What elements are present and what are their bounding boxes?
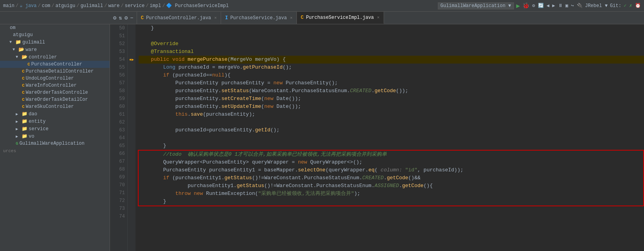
c-icon: C xyxy=(22,104,25,109)
app-icon: G xyxy=(16,141,18,146)
c-icon: C xyxy=(22,97,25,102)
tab-purchase-service[interactable]: I PurchaseService.java × xyxy=(221,12,297,24)
code-line-70: purchaseEntity1.getStatus()!=WareConstan… xyxy=(139,182,643,190)
tabbar: ⚙ ⇅ ⚙ − C PurchaseController.java × I Pu… xyxy=(0,12,644,24)
code-line-74 xyxy=(139,214,644,222)
git-label: Git: xyxy=(610,3,621,9)
code-line-73 xyxy=(139,206,644,214)
tab-settings[interactable]: ⚙ ⇅ ⚙ − xyxy=(110,12,137,24)
code-line-69: if (purchaseEntity1.getStatus()!=WareCon… xyxy=(139,174,643,182)
sidebar-item-gulimall[interactable]: ▼ 📁 gulimall xyxy=(0,38,110,46)
code-line-57: PurchaseEntity purchaseEntity = new Purc… xyxy=(139,79,644,87)
code-line-60: purchaseEntity.setUpdateTime(new Date())… xyxy=(139,103,644,111)
tab-c-icon: C xyxy=(141,15,144,21)
breadcrumb-com: com xyxy=(42,3,50,9)
sidebar-item-undo-log-controller[interactable]: C UndoLogController xyxy=(0,75,110,82)
settings-icon[interactable]: ⚙ xyxy=(113,15,116,21)
sidebar-item-service[interactable]: ▶ 📁 service xyxy=(0,125,110,133)
app-selector[interactable]: GulimallWareApplication ▼ xyxy=(438,2,514,9)
tab-label: PurchaseServiceImpl.java xyxy=(306,15,374,20)
tab-purchase-service-impl[interactable]: C PurchaseServiceImpl.java × xyxy=(297,12,384,24)
sidebar-item-vo[interactable]: ▶ 📁 vo xyxy=(0,133,110,140)
tab-close-icon[interactable]: × xyxy=(290,16,293,20)
sidebar: om atguigu ▼ 📁 gulimall ▼ 📂 ware ▼ 📂 con… xyxy=(0,24,110,251)
code-line-59: purchaseEntity.setCreateTime(new Date())… xyxy=(139,95,644,103)
folder-icon-dao: 📁 xyxy=(21,111,27,117)
folder-icon-ware: 📂 xyxy=(18,47,24,53)
gear-icon[interactable]: ⚙ xyxy=(124,15,128,21)
split-icon[interactable]: ⇅ xyxy=(119,15,122,21)
git-icons: ✓ ✗ ⏰ xyxy=(624,3,641,9)
main-content: om atguigu ▼ 📁 gulimall ▼ 📂 ware ▼ 📂 con… xyxy=(0,24,644,251)
tab-close-icon[interactable]: × xyxy=(377,15,380,20)
toolbar-right: GulimallWareApplication ▼ ▶ 🐞 ⚙ 🔄 ◀ ▶ ⏸ … xyxy=(438,2,641,10)
breadcrumb-gulimall: gulimall xyxy=(80,3,103,9)
code-line-71: throw new RuntimeException("采购单已经被领收,无法再… xyxy=(139,190,643,198)
tab-c-icon: C xyxy=(301,15,304,20)
code-line-54: public void mergePurchase(MergeVo mergeV… xyxy=(139,56,644,64)
tab-purchase-controller[interactable]: C PurchaseController.java × xyxy=(137,12,221,24)
c-icon: C xyxy=(22,76,25,81)
sidebar-item-ware-info-controller[interactable]: C WareInfoController xyxy=(0,82,110,89)
breadcrumb-main: main xyxy=(3,3,15,9)
red-box-block: //todo 确认采购单状态是0 1才可以合并,如果采购单已经被领收,无法再把采… xyxy=(138,150,644,206)
gutter-marker-54: ●▶ xyxy=(128,56,135,64)
breadcrumb-atguigu: atguigu xyxy=(55,3,75,9)
c-icon-purchase-controller: C xyxy=(27,62,30,67)
tab-label: PurchaseService.java xyxy=(230,15,287,21)
code-line-58: purchaseEntity.setStatus(WareConstant.Pu… xyxy=(139,87,644,95)
code-line-55: Long purchaseId = mergeVo.getPurchaseId(… xyxy=(139,64,644,71)
sources-label: urces xyxy=(0,147,110,154)
code-line-66: //todo 确认采购单状态是0 1才可以合并,如果采购单已经被领收,无法再把采… xyxy=(139,151,643,158)
code-line-68: PurchaseEntity purchaseEntity1 = baseMap… xyxy=(139,166,643,174)
breadcrumb-java: ☕ java xyxy=(20,3,37,9)
code-line-65: } xyxy=(139,142,644,150)
breadcrumb: main / ☕ java / com / atguigu / gulimall… xyxy=(3,3,229,9)
code-line-72: } xyxy=(139,198,643,206)
breadcrumb-ware: ware xyxy=(108,3,120,9)
c-icon: C xyxy=(22,83,25,88)
folder-icon-controller: 📂 xyxy=(21,54,27,60)
run-button[interactable]: ▶ xyxy=(516,2,520,10)
breadcrumb-class: 🔷 PurchaseServiceImpl xyxy=(166,3,229,9)
sidebar-item-controller-folder[interactable]: ▼ 📂 controller xyxy=(0,53,110,61)
debug-button[interactable]: 🐞 xyxy=(522,2,530,9)
tab-i-icon: I xyxy=(225,15,228,21)
sidebar-item-ware-order-task-detail-cor[interactable]: C WareOrderTaskDetailCor xyxy=(0,96,110,103)
jrebel-label: JRebel ▼ xyxy=(585,3,608,9)
editor[interactable]: 50 51 52 53 54 55 56 57 58 59 60 61 62 6… xyxy=(110,24,644,251)
breadcrumb-impl: impl xyxy=(150,3,161,9)
folder-icon-service: 📁 xyxy=(21,126,27,132)
c-icon: C xyxy=(22,90,25,95)
code-line-50: } xyxy=(139,24,644,32)
folder-icon-entity: 📁 xyxy=(21,118,27,124)
breadcrumb-service: service xyxy=(125,3,145,9)
sidebar-item-purchase-detail-controller[interactable]: C PurchaseDetailController xyxy=(0,68,110,75)
line-numbers: 50 51 52 53 54 55 56 57 58 59 60 61 62 6… xyxy=(110,24,128,251)
gutter: ●▶ xyxy=(128,24,135,251)
sidebar-item-dao[interactable]: ▶ 📁 dao xyxy=(0,110,110,118)
toolbar: main / ☕ java / com / atguigu / gulimall… xyxy=(0,0,644,12)
tab-label: PurchaseController.java xyxy=(146,15,211,21)
sidebar-item-entity[interactable]: ▶ 📁 entity xyxy=(0,118,110,125)
code-area[interactable]: } @Override @Transactional public void m… xyxy=(135,24,644,251)
code-line-52: @Override xyxy=(139,40,644,48)
sidebar-item-ware[interactable]: ▼ 📂 ware xyxy=(0,46,110,53)
folder-icon-gulimall: 📁 xyxy=(15,39,21,45)
sidebar-item-ware-order-task-controlle[interactable]: C WareOrderTaskControlle xyxy=(0,89,110,96)
c-icon: C xyxy=(22,69,25,74)
code-line-51 xyxy=(139,32,644,40)
sidebar-item-atguigu[interactable]: atguigu xyxy=(0,31,110,38)
sidebar-item-om[interactable]: om xyxy=(0,24,110,31)
code-line-63: purchaseId=purchaseEntity.getId(); xyxy=(139,126,644,134)
code-line-64 xyxy=(139,134,644,142)
sidebar-item-ware-sku-controller[interactable]: C WareSkuController xyxy=(0,103,110,110)
code-container: 50 51 52 53 54 55 56 57 58 59 60 61 62 6… xyxy=(110,24,644,251)
toolbar-icons: ⚙ 🔄 ◀ ▶ ⏸ ▣ ↪ 🔌 xyxy=(532,3,583,9)
tab-close-icon[interactable]: × xyxy=(214,16,217,20)
sidebar-item-purchase-controller[interactable]: C PurchaseController xyxy=(0,61,110,68)
sidebar-item-gulimall-ware-application[interactable]: G GulimallWareApplication xyxy=(0,140,110,147)
minus-icon[interactable]: − xyxy=(130,15,133,21)
code-line-61: this.save(purchaseEntity); xyxy=(139,111,644,118)
code-line-56: if (purchaseId==null){ xyxy=(139,71,644,79)
